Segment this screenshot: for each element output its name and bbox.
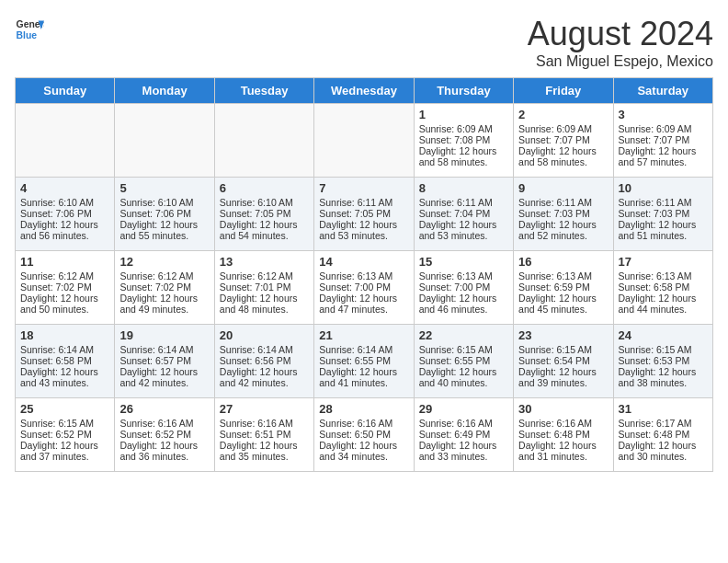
day-detail: Daylight: 12 hours	[119, 440, 209, 451]
day-detail: Sunrise: 6:14 AM	[319, 344, 408, 355]
day-detail: Sunset: 6:57 PM	[119, 355, 209, 366]
day-number: 1	[419, 108, 508, 121]
day-detail: Daylight: 12 hours	[419, 145, 508, 156]
day-detail: Sunrise: 6:11 AM	[419, 197, 508, 208]
day-detail: and 55 minutes.	[119, 230, 209, 241]
day-detail: Daylight: 12 hours	[619, 366, 708, 377]
day-detail: and 54 minutes.	[220, 230, 309, 241]
day-detail: and 41 minutes.	[319, 377, 408, 388]
calendar-cell: 24Sunrise: 6:15 AMSunset: 6:53 PMDayligh…	[613, 325, 712, 398]
day-detail: Sunrise: 6:09 AM	[518, 123, 608, 134]
day-number: 10	[619, 181, 708, 195]
day-detail: Sunset: 7:06 PM	[20, 208, 109, 219]
calendar-cell	[214, 104, 313, 178]
day-detail: and 52 minutes.	[518, 230, 608, 241]
day-detail: Sunset: 7:00 PM	[319, 282, 408, 293]
day-detail: Daylight: 12 hours	[518, 293, 608, 304]
calendar-cell: 2Sunrise: 6:09 AMSunset: 7:07 PMDaylight…	[514, 104, 613, 178]
calendar-cell: 27Sunrise: 6:16 AMSunset: 6:51 PMDayligh…	[214, 398, 313, 472]
calendar-cell: 14Sunrise: 6:13 AMSunset: 7:00 PMDayligh…	[314, 251, 414, 325]
calendar-cell: 12Sunrise: 6:12 AMSunset: 7:02 PMDayligh…	[115, 251, 214, 325]
day-detail: and 53 minutes.	[319, 230, 408, 241]
day-detail: Sunset: 6:51 PM	[220, 429, 309, 440]
day-detail: Sunrise: 6:10 AM	[220, 197, 309, 208]
day-detail: Sunrise: 6:16 AM	[319, 418, 408, 429]
day-number: 24	[619, 328, 708, 342]
day-detail: Sunset: 7:05 PM	[319, 208, 408, 219]
calendar-cell: 31Sunrise: 6:17 AMSunset: 6:48 PMDayligh…	[613, 398, 712, 472]
day-detail: and 35 minutes.	[220, 451, 309, 462]
day-detail: Sunset: 7:04 PM	[419, 208, 508, 219]
day-number: 17	[619, 255, 708, 269]
day-header-tuesday: Tuesday	[214, 78, 313, 104]
day-detail: Daylight: 12 hours	[119, 293, 209, 304]
day-number: 13	[220, 255, 309, 269]
calendar-cell: 9Sunrise: 6:11 AMSunset: 7:03 PMDaylight…	[514, 178, 613, 251]
svg-text:Blue: Blue	[17, 30, 38, 40]
calendar-cell: 13Sunrise: 6:12 AMSunset: 7:01 PMDayligh…	[214, 251, 313, 325]
calendar-cell: 20Sunrise: 6:14 AMSunset: 6:56 PMDayligh…	[214, 325, 313, 398]
day-detail: Sunrise: 6:15 AM	[518, 344, 608, 355]
day-detail: and 47 minutes.	[319, 304, 408, 315]
day-detail: Sunset: 7:06 PM	[119, 208, 209, 219]
day-number: 11	[20, 255, 109, 269]
day-detail: Daylight: 12 hours	[419, 440, 508, 451]
day-detail: Sunset: 6:58 PM	[619, 282, 708, 293]
day-detail: Daylight: 12 hours	[518, 145, 608, 156]
day-detail: Daylight: 12 hours	[319, 440, 408, 451]
day-detail: Sunrise: 6:12 AM	[220, 270, 309, 282]
day-detail: Sunrise: 6:13 AM	[419, 270, 508, 282]
day-detail: Daylight: 12 hours	[220, 440, 309, 451]
day-detail: Sunset: 6:55 PM	[319, 355, 408, 366]
day-detail: Sunset: 6:48 PM	[619, 429, 708, 440]
calendar-week-4: 18Sunrise: 6:14 AMSunset: 6:58 PMDayligh…	[16, 325, 713, 398]
day-detail: Sunset: 7:00 PM	[419, 282, 508, 293]
day-detail: Sunrise: 6:15 AM	[419, 344, 508, 355]
calendar-cell: 26Sunrise: 6:16 AMSunset: 6:52 PMDayligh…	[115, 398, 214, 472]
day-detail: Sunrise: 6:16 AM	[518, 418, 608, 429]
header-row: SundayMondayTuesdayWednesdayThursdayFrid…	[16, 78, 713, 104]
day-detail: Sunset: 6:50 PM	[319, 429, 408, 440]
day-detail: and 34 minutes.	[319, 451, 408, 462]
day-number: 27	[220, 402, 309, 416]
calendar-cell: 18Sunrise: 6:14 AMSunset: 6:58 PMDayligh…	[16, 325, 115, 398]
day-number: 31	[619, 402, 708, 416]
day-detail: and 58 minutes.	[518, 156, 608, 167]
calendar-cell: 6Sunrise: 6:10 AMSunset: 7:05 PMDaylight…	[214, 178, 313, 251]
day-number: 21	[319, 328, 408, 342]
day-detail: and 40 minutes.	[419, 377, 508, 388]
day-detail: and 58 minutes.	[419, 156, 508, 167]
day-number: 30	[518, 402, 608, 416]
day-number: 14	[319, 255, 408, 269]
calendar-table: SundayMondayTuesdayWednesdayThursdayFrid…	[15, 77, 713, 472]
calendar-cell: 1Sunrise: 6:09 AMSunset: 7:08 PMDaylight…	[414, 104, 513, 178]
logo-icon: General Blue	[15, 15, 44, 44]
day-detail: Daylight: 12 hours	[419, 366, 508, 377]
day-detail: Daylight: 12 hours	[419, 219, 508, 230]
day-detail: Sunrise: 6:11 AM	[619, 197, 708, 208]
day-detail: Daylight: 12 hours	[619, 293, 708, 304]
day-detail: Sunset: 7:08 PM	[419, 134, 508, 145]
day-detail: and 42 minutes.	[119, 377, 209, 388]
day-detail: Sunrise: 6:10 AM	[20, 197, 109, 208]
day-number: 6	[220, 181, 309, 195]
day-detail: and 50 minutes.	[20, 304, 109, 315]
day-number: 3	[619, 108, 708, 121]
day-detail: and 36 minutes.	[119, 451, 209, 462]
day-detail: Daylight: 12 hours	[220, 366, 309, 377]
day-detail: Sunrise: 6:12 AM	[20, 270, 109, 282]
day-number: 25	[20, 402, 109, 416]
calendar-week-3: 11Sunrise: 6:12 AMSunset: 7:02 PMDayligh…	[16, 251, 713, 325]
day-detail: Daylight: 12 hours	[319, 293, 408, 304]
day-detail: Sunrise: 6:14 AM	[20, 344, 109, 355]
day-number: 12	[119, 255, 209, 269]
calendar-cell: 22Sunrise: 6:15 AMSunset: 6:55 PMDayligh…	[414, 325, 513, 398]
day-number: 5	[119, 181, 209, 195]
calendar-cell: 8Sunrise: 6:11 AMSunset: 7:04 PMDaylight…	[414, 178, 513, 251]
logo: General Blue	[15, 15, 44, 44]
day-detail: Sunrise: 6:10 AM	[119, 197, 209, 208]
day-detail: Daylight: 12 hours	[20, 219, 109, 230]
day-number: 22	[419, 328, 508, 342]
day-number: 9	[518, 181, 608, 195]
day-detail: Daylight: 12 hours	[119, 366, 209, 377]
